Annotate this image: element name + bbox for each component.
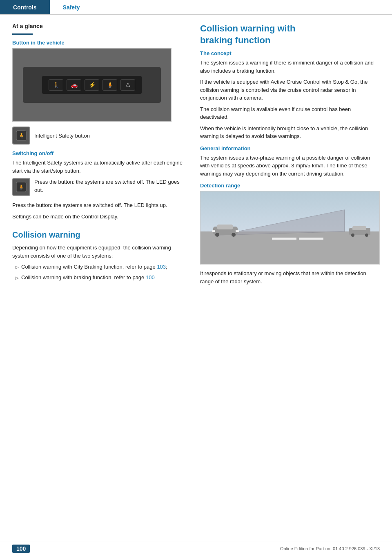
- at-a-glance-title: At a glance: [12, 23, 188, 29]
- left-column: At a glance Button in the vehicle 🚶: [12, 23, 188, 289]
- detection-range-image: [200, 191, 380, 265]
- concept-p4: When the vehicle is intentionally brough…: [200, 125, 380, 140]
- svg-text:🧍: 🧍: [18, 132, 25, 139]
- button-in-vehicle-heading: Button in the vehicle: [12, 40, 188, 46]
- concept-heading: The concept: [200, 50, 380, 56]
- tab-controls-label: Controls: [13, 4, 37, 11]
- svg-point-13: [351, 234, 354, 237]
- concept-p3: The collision warning is available even …: [200, 105, 380, 121]
- page-number: 100: [12, 545, 30, 553]
- right-car: [347, 225, 372, 237]
- ctrl-btn-1: 🚶: [49, 79, 63, 91]
- switching-body: The Intelligent Safety systems are autom…: [12, 159, 188, 175]
- svg-rect-10: [236, 230, 239, 232]
- svg-point-8: [232, 233, 236, 237]
- bullet-2-text: Collision warning with braking function,…: [21, 274, 155, 282]
- concept-p2: If the vehicle is equipped with Active C…: [200, 78, 380, 102]
- detection-p1: It responds to stationary or moving obje…: [200, 269, 380, 285]
- collision-warning-body: Depending on how the equipment is equipp…: [12, 244, 188, 260]
- bullet-item-2: Collision warning with braking function,…: [16, 274, 188, 282]
- bullet-1-text: Collision warning with City Braking func…: [21, 263, 167, 271]
- left-car: [211, 222, 240, 237]
- press-button-row: 🧍 Press the button: the systems are swit…: [12, 178, 188, 197]
- svg-text:🧍: 🧍: [18, 184, 25, 191]
- settings-text: Settings can be made on the Control Disp…: [12, 213, 188, 221]
- vehicle-button-image: 🚶 🚗 ⚡ 🧍: [12, 48, 172, 122]
- collision-warning-heading: Collision warning: [12, 230, 188, 240]
- vehicle-img-inner: 🚶 🚗 ⚡ 🧍: [13, 49, 171, 121]
- tab-safety-label: Safety: [63, 4, 80, 11]
- ctrl-btn-2: 🚗: [67, 79, 81, 91]
- tab-controls[interactable]: Controls: [0, 0, 50, 14]
- bullet-1-link[interactable]: 103: [157, 264, 166, 270]
- svg-point-14: [365, 234, 368, 237]
- footer-text: Online Edition for Part no. 01 40 2 926 …: [280, 546, 380, 551]
- bullet-2-link[interactable]: 100: [146, 274, 155, 280]
- tab-safety[interactable]: Safety: [50, 0, 93, 14]
- ctrl-btn-4: 🧍: [102, 79, 117, 91]
- press-btn-svg: 🧍: [16, 181, 27, 193]
- page-footer: 100 Online Edition for Part no. 01 40 2 …: [0, 541, 392, 556]
- svg-rect-12: [352, 226, 366, 230]
- svg-rect-9: [212, 230, 215, 232]
- press-button-text: Press the button: the systems are switch…: [34, 178, 188, 194]
- control-panel: 🚶 🚗 ⚡ 🧍: [42, 76, 142, 94]
- safety-svg-icon: 🧍: [16, 130, 27, 141]
- collision-bullet-list: Collision warning with City Braking func…: [12, 263, 188, 281]
- bullet-item-1: Collision warning with City Braking func…: [16, 263, 188, 271]
- general-info-heading: General information: [200, 145, 380, 151]
- ctrl-btn-3: ⚡: [85, 79, 99, 91]
- intelligent-safety-icon: 🧍: [12, 127, 30, 145]
- title-divider: [12, 33, 33, 35]
- intelligent-safety-label: Intelligent Safety button: [34, 133, 90, 139]
- concept-p1: The system issues a warning if there is …: [200, 59, 380, 75]
- detection-range-heading: Detection range: [200, 182, 380, 189]
- svg-point-7: [215, 233, 219, 237]
- intelligent-safety-row: 🧍 Intelligent Safety button: [12, 127, 188, 145]
- main-heading: Collision warning with braking function: [200, 23, 380, 46]
- page-header: Controls Safety: [0, 0, 392, 15]
- right-column: Collision warning with braking function …: [200, 23, 380, 289]
- detection-img-inner: [200, 191, 379, 264]
- press-btn-icon: 🧍: [12, 178, 30, 196]
- switching-on-off-heading: Switching on/off: [12, 150, 188, 156]
- general-p1: The system issues a two-phase warning of…: [200, 154, 380, 178]
- svg-rect-6: [217, 225, 233, 229]
- main-content: At a glance Button in the vehicle 🚶: [0, 15, 392, 297]
- press-button-text2: Press the button: the systems are switch…: [12, 201, 188, 209]
- ctrl-btn-5: ⚠: [120, 79, 135, 91]
